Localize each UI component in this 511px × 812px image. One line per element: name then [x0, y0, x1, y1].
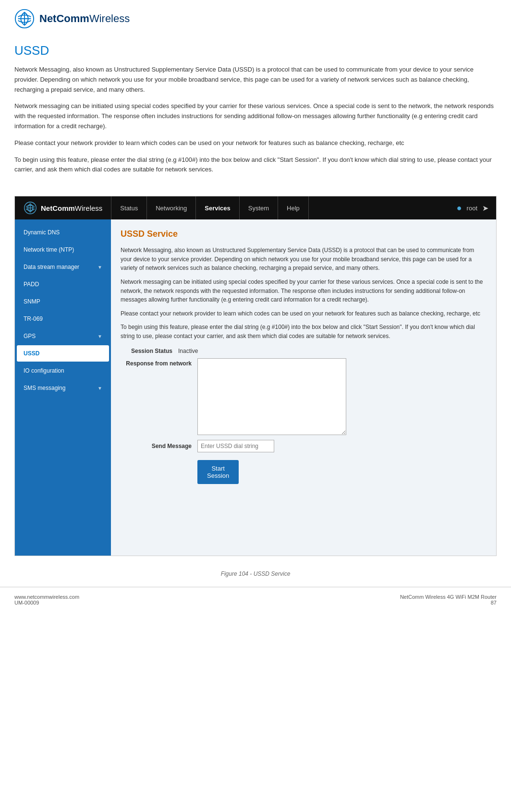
nav-item-system[interactable]: System: [240, 196, 278, 219]
chevron-down-icon: ▼: [97, 386, 102, 391]
screenshot-body: Dynamic DNS Network time (NTP) Data stre…: [15, 219, 496, 556]
panel-text-3: Please contact your network provider to …: [121, 309, 487, 318]
session-status-row: Session Status Inactive: [121, 348, 487, 354]
sidebar: Dynamic DNS Network time (NTP) Data stre…: [15, 219, 111, 556]
sidebar-item-gps[interactable]: GPS ▼: [17, 328, 109, 344]
chevron-down-icon: ▼: [97, 334, 102, 339]
doc-title: USSD: [14, 43, 497, 58]
response-label: Response from network: [121, 358, 197, 367]
sidebar-item-padd[interactable]: PADD: [17, 276, 109, 292]
sidebar-item-label: USSD: [24, 350, 39, 357]
nav-logo: NetCommWireless: [15, 196, 111, 219]
nav-items: Status Networking Services System Help: [111, 196, 449, 219]
sidebar-item-label: TR-069: [24, 315, 43, 322]
logo-strong: NetComm: [39, 12, 89, 24]
nav-item-status[interactable]: Status: [111, 196, 147, 219]
screenshot-wrapper: NetCommWireless Status Networking Servic…: [14, 196, 497, 556]
logo-text: NetCommWireless: [39, 12, 130, 25]
figure-caption: Figure 104 - USSD Service: [0, 566, 511, 582]
sidebar-item-label: IO configuration: [24, 367, 64, 374]
doc-para-1: Network Messaging, also known as Unstruc…: [14, 65, 497, 95]
nav-logo-strong: NetComm: [41, 204, 75, 212]
doc-footer: www.netcommwireless.com UM-00009 NetComm…: [0, 587, 511, 612]
nav-logo-text: NetCommWireless: [41, 204, 102, 212]
panel-text-2: Network messaging can be initiated using…: [121, 278, 487, 304]
footer-product: NetComm Wireless 4G WiFi M2M Router: [400, 594, 497, 600]
sidebar-item-label: SMS messaging: [24, 385, 65, 391]
logo-rest: Wireless: [89, 12, 130, 24]
user-icon: ●: [457, 203, 462, 213]
panel-text-1: Network Messaging, also known as Unstruc…: [121, 246, 487, 273]
sidebar-item-label: PADD: [24, 281, 39, 288]
sidebar-item-ntp[interactable]: Network time (NTP): [17, 242, 109, 258]
session-status-label: Session Status: [121, 348, 178, 354]
main-panel: USSD Service Network Messaging, also kno…: [111, 219, 496, 556]
start-session-button[interactable]: StartSession: [197, 460, 239, 484]
panel-title: USSD Service: [121, 229, 487, 239]
doc-para-3: Please contact your network provider to …: [14, 138, 497, 148]
footer-page: 87: [400, 600, 497, 606]
doc-para-2: Network messaging can be initiated using…: [14, 101, 497, 131]
nav-item-help[interactable]: Help: [278, 196, 309, 219]
nav-logo-icon: [24, 201, 37, 215]
nav-bar: NetCommWireless Status Networking Servic…: [15, 196, 496, 219]
nav-user-label: root: [467, 205, 477, 212]
sidebar-item-label: GPS: [24, 333, 36, 339]
panel-text-4: To begin using this feature, please ente…: [121, 323, 487, 340]
nav-logo-rest: Wireless: [75, 204, 103, 212]
logo-area: NetCommWireless: [14, 9, 130, 29]
footer-right: NetComm Wireless 4G WiFi M2M Router 87: [400, 594, 497, 606]
response-row: Response from network: [121, 358, 487, 435]
sidebar-item-label: Data stream manager: [24, 264, 79, 270]
sidebar-item-label: Network time (NTP): [24, 246, 74, 253]
sidebar-item-dynamic-dns[interactable]: Dynamic DNS: [17, 224, 109, 241]
sidebar-item-snmp[interactable]: SNMP: [17, 293, 109, 310]
nav-item-networking[interactable]: Networking: [147, 196, 196, 219]
response-textarea[interactable]: [197, 358, 346, 435]
sidebar-item-sms[interactable]: SMS messaging ▼: [17, 380, 109, 396]
doc-content: USSD Network Messaging, also known as Un…: [0, 34, 511, 186]
footer-website: www.netcommwireless.com: [14, 594, 79, 600]
nav-item-services[interactable]: Services: [196, 196, 240, 219]
footer-left: www.netcommwireless.com UM-00009: [14, 594, 79, 606]
sidebar-item-tr069[interactable]: TR-069: [17, 311, 109, 327]
netcomm-logo-icon: [14, 9, 35, 29]
send-message-row: Send Message: [121, 440, 487, 452]
send-message-label: Send Message: [121, 443, 197, 449]
sidebar-item-data-stream[interactable]: Data stream manager ▼: [17, 259, 109, 275]
session-status-value: Inactive: [178, 348, 198, 354]
sidebar-item-label: SNMP: [24, 298, 40, 305]
doc-para-4: To begin using this feature, please ente…: [14, 155, 497, 175]
sidebar-item-label: Dynamic DNS: [24, 229, 60, 236]
chevron-down-icon: ▼: [97, 265, 102, 270]
sidebar-item-io-config[interactable]: IO configuration: [17, 363, 109, 379]
ussd-dial-input[interactable]: [197, 440, 274, 452]
nav-right: ● root ➤: [449, 203, 496, 213]
sidebar-item-ussd[interactable]: USSD: [17, 345, 109, 362]
doc-header: NetCommWireless: [0, 0, 511, 34]
logout-icon[interactable]: ➤: [482, 204, 488, 213]
footer-model: UM-00009: [14, 600, 79, 606]
